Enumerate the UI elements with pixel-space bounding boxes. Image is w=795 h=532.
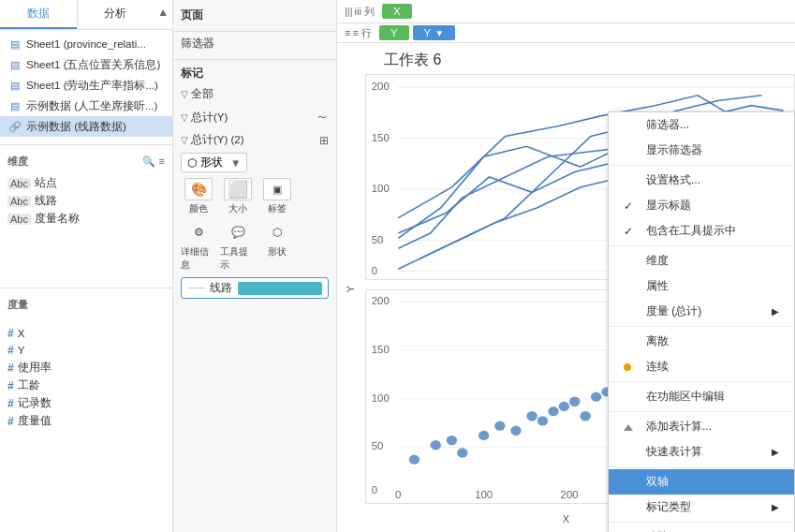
measure-item-4[interactable]: # 记录数	[0, 394, 172, 412]
menu-add-table-calc[interactable]: 添加表计算...	[609, 414, 794, 439]
shape-icon: ⬡	[187, 156, 197, 170]
size-icon: ⬜	[224, 178, 252, 200]
menu-mark-type[interactable]: 标记类型 ▶	[609, 495, 794, 520]
check-show-title: ✓	[624, 200, 639, 213]
menu-include-tooltip[interactable]: ✓ 包含在工具提示中	[609, 218, 794, 244]
chart-title: 工作表 6	[337, 43, 795, 74]
row-label: ≡ ≡ 行	[345, 26, 375, 40]
measure-item-1[interactable]: # Y	[0, 342, 172, 359]
svg-point-25	[431, 440, 441, 450]
triangle-icon	[624, 424, 633, 431]
measure-item-2[interactable]: # 使用率	[0, 359, 172, 377]
tab-analysis[interactable]: 分析	[78, 0, 155, 29]
svg-point-27	[457, 448, 467, 457]
sheet-icon-2: ▤	[7, 78, 22, 93]
svg-point-29	[494, 421, 505, 430]
divider-3	[609, 326, 794, 327]
svg-point-26	[447, 436, 457, 445]
svg-text:200: 200	[561, 489, 579, 499]
tab-data[interactable]: 数据	[0, 0, 77, 29]
shape-button[interactable]: ⬡ 形状	[259, 221, 295, 272]
divider-1	[609, 165, 794, 166]
sheet-item-0[interactable]: ▤ Sheet1 (province_relati...	[0, 34, 172, 54]
dimensions-header: 维度 🔍 ≡	[0, 149, 172, 170]
marks-detail-row: ⚙ 详细信息 💬 工具提示 ⬡ 形状	[181, 221, 329, 272]
menu-remove[interactable]: 移除	[609, 525, 794, 532]
svg-point-32	[537, 416, 548, 425]
measure-item-5[interactable]: # 度量值	[0, 412, 172, 430]
menu-show-title[interactable]: ✓ 显示标题	[609, 193, 794, 218]
menu-discrete[interactable]: 离散	[609, 329, 794, 354]
marks-type-selector[interactable]: ⬡ 形状 ▼	[181, 153, 247, 172]
search-icon[interactable]: 🔍	[142, 155, 155, 168]
svg-text:100: 100	[475, 489, 493, 499]
tab-arrow[interactable]: ▲	[154, 0, 172, 29]
sheet-icon-3: ▤	[7, 98, 22, 113]
dropdown-arrow-icon: ▼	[434, 28, 444, 38]
label-button[interactable]: ▣ 标签	[259, 178, 295, 215]
row-lines-icon: ≡	[345, 27, 350, 38]
marks-group-all: ▽ 全部	[181, 85, 329, 103]
measure-item-0[interactable]: # X	[0, 325, 172, 342]
row-pill-y2[interactable]: Y ▼	[413, 25, 456, 40]
size-button[interactable]: ⬜ 大小	[220, 178, 256, 215]
menu-attribute-label: 属性	[646, 278, 669, 294]
menu-measure-total-label: 度量 (总计)	[646, 303, 701, 319]
marks-section: 标记 ▽ 全部 ▽ 总计(Y) ～ ▽ 总计(Y) (2) ⊞	[173, 59, 336, 532]
svg-point-35	[569, 396, 580, 406]
svg-text:200: 200	[372, 296, 390, 306]
menu-dimension[interactable]: 维度	[609, 248, 794, 273]
svg-point-30	[510, 425, 521, 435]
measure-item-3[interactable]: # 工龄	[0, 377, 172, 394]
menu-measure-total[interactable]: 度量 (总计) ▶	[609, 299, 794, 324]
route-dots-icon: ⋯⋯	[187, 283, 206, 293]
menu-format[interactable]: 设置格式...	[609, 168, 794, 193]
svg-point-37	[591, 392, 601, 401]
menu-format-label: 设置格式...	[646, 172, 700, 188]
menu-filter[interactable]: 筛选器...	[609, 112, 794, 138]
menu-show-filter[interactable]: 显示筛选器	[609, 138, 794, 163]
sort-icon[interactable]: ≡	[159, 155, 165, 168]
menu-edit-in-shelf[interactable]: 在功能区中编辑	[609, 384, 794, 409]
submenu-arrow-3-icon: ▶	[772, 502, 779, 512]
check-add-table-calc	[624, 421, 639, 434]
menu-attribute[interactable]: 属性	[609, 273, 794, 299]
marks-type-label: 形状	[200, 155, 223, 170]
y-axis-label-top: Y	[345, 286, 356, 292]
check-continuous	[624, 361, 639, 374]
row-pill-y1[interactable]: Y	[379, 25, 409, 40]
sheet-item-4[interactable]: 🔗 示例数据 (线路数据)	[0, 116, 172, 137]
line-route-row[interactable]: ⋯⋯ 线路	[181, 277, 329, 299]
menu-quick-table-calc[interactable]: 快速表计算 ▶	[609, 439, 794, 465]
sheet-item-2[interactable]: ▤ Sheet1 (劳动生产率指标...)	[0, 75, 172, 96]
sheet-icon-1: ▤	[7, 57, 22, 72]
menu-show-filter-label: 显示筛选器	[646, 142, 702, 158]
dim-item-2[interactable]: Abc 度量名称	[0, 210, 172, 228]
menu-continuous[interactable]: 连续	[609, 354, 794, 379]
svg-point-34	[559, 402, 569, 411]
submenu-arrow-icon: ▶	[772, 306, 779, 317]
svg-text:150: 150	[372, 344, 390, 354]
dropdown-arrow-icon: ▼	[230, 157, 241, 169]
color-button[interactable]: 🎨 颜色	[181, 178, 216, 215]
svg-point-28	[478, 431, 489, 440]
sheet-item-1[interactable]: ▤ Sheet1 (五点位置关系信息)	[0, 54, 172, 75]
context-menu: 筛选器... 显示筛选器 设置格式... ✓ 显示标题 ✓ 包含在工具提示	[608, 111, 795, 532]
detail-button[interactable]: ⚙ 详细信息	[181, 221, 216, 272]
marks-buttons-row: 🎨 颜色 ⬜ 大小 ▣ 标签	[181, 178, 329, 215]
col-label: ||| iii 列	[345, 5, 378, 19]
divider-5	[609, 411, 794, 412]
menu-include-tooltip-label: 包含在工具提示中	[646, 223, 736, 239]
marks-total-y2-label: 总计(Y) (2)	[191, 133, 244, 147]
marks-all-label: 全部	[191, 87, 213, 101]
detail-icon: ⚙	[184, 221, 213, 244]
chevron-all: ▽	[181, 89, 188, 99]
tooltip-button[interactable]: 💬 工具提示	[220, 221, 256, 272]
label-icon: ▣	[263, 178, 291, 200]
dim-item-0[interactable]: Abc 站点	[0, 174, 172, 192]
menu-dual-axis[interactable]: 双轴	[609, 469, 794, 495]
col-pill-x[interactable]: X	[382, 4, 412, 19]
menu-dimension-label: 维度	[646, 253, 669, 269]
dim-item-1[interactable]: Abc 线路	[0, 192, 172, 210]
sheet-item-3[interactable]: ▤ 示例数据 (人工坐席接听...)	[0, 96, 172, 116]
